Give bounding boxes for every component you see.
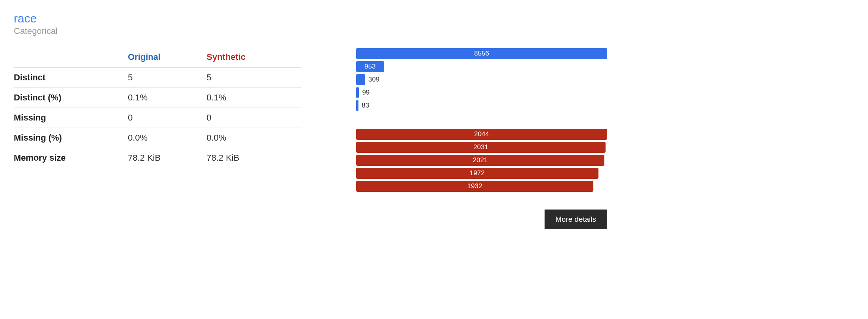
stat-label: Missing	[14, 108, 128, 128]
stat-synthetic: 0.0%	[207, 128, 301, 148]
bar-row: 2021	[356, 155, 607, 166]
stats-table: Original Synthetic Distinct 5 5 Distinct…	[14, 48, 301, 168]
bar-row: 83	[356, 100, 607, 111]
original-bar	[356, 100, 358, 111]
stat-original: 78.2 KiB	[128, 148, 207, 168]
stat-original: 0.1%	[128, 88, 207, 108]
variable-header: race Categorical	[14, 12, 854, 36]
original-bar: 8556	[356, 48, 607, 59]
synthetic-bar: 1932	[356, 181, 593, 192]
bar-row: 1972	[356, 168, 607, 179]
more-details-button[interactable]: More details	[545, 210, 608, 229]
stat-original: 0	[128, 108, 207, 128]
stat-row: Distinct (%) 0.1% 0.1%	[14, 88, 301, 108]
stat-synthetic: 0.1%	[207, 88, 301, 108]
footer-row: More details	[356, 210, 607, 229]
original-bar: 953	[356, 61, 384, 72]
original-bar-chart: 85569533099983	[356, 48, 607, 111]
col-header-original: Original	[128, 48, 207, 67]
original-bar	[356, 87, 359, 98]
stat-label: Distinct	[14, 67, 128, 88]
stat-row: Missing 0 0	[14, 108, 301, 128]
bar-row: 99	[356, 87, 607, 98]
col-header-synthetic: Synthetic	[207, 48, 301, 67]
synthetic-bar-chart: 20442031202119721932	[356, 129, 607, 192]
bar-row: 1932	[356, 181, 607, 192]
bar-row: 953	[356, 61, 607, 72]
content-row: Original Synthetic Distinct 5 5 Distinct…	[14, 48, 854, 229]
stats-table-container: Original Synthetic Distinct 5 5 Distinct…	[14, 48, 301, 229]
synthetic-bar: 2021	[356, 155, 604, 166]
synthetic-bar: 2044	[356, 129, 607, 140]
bar-row: 8556	[356, 48, 607, 59]
bar-row: 2044	[356, 129, 607, 140]
bar-value-label: 99	[362, 89, 369, 96]
stat-synthetic: 5	[207, 67, 301, 88]
bar-row: 309	[356, 74, 607, 85]
stat-row: Memory size 78.2 KiB 78.2 KiB	[14, 148, 301, 168]
stats-tbody: Distinct 5 5 Distinct (%) 0.1% 0.1% Miss…	[14, 67, 301, 168]
charts-container: 85569533099983 20442031202119721932 More…	[356, 48, 607, 229]
stat-label: Distinct (%)	[14, 88, 128, 108]
stat-original: 5	[128, 67, 207, 88]
original-bar	[356, 74, 365, 85]
stat-original: 0.0%	[128, 128, 207, 148]
bar-value-label: 309	[368, 76, 379, 83]
bar-value-label: 83	[362, 102, 369, 109]
stat-row: Distinct 5 5	[14, 67, 301, 88]
variable-name[interactable]: race	[14, 12, 854, 25]
synthetic-bar: 1972	[356, 168, 598, 179]
stat-row: Missing (%) 0.0% 0.0%	[14, 128, 301, 148]
variable-type: Categorical	[14, 26, 854, 36]
bar-row: 2031	[356, 142, 607, 153]
col-header-label	[14, 48, 128, 67]
stat-synthetic: 0	[207, 108, 301, 128]
synthetic-bar: 2031	[356, 142, 606, 153]
stat-label: Missing (%)	[14, 128, 128, 148]
stat-label: Memory size	[14, 148, 128, 168]
stat-synthetic: 78.2 KiB	[207, 148, 301, 168]
